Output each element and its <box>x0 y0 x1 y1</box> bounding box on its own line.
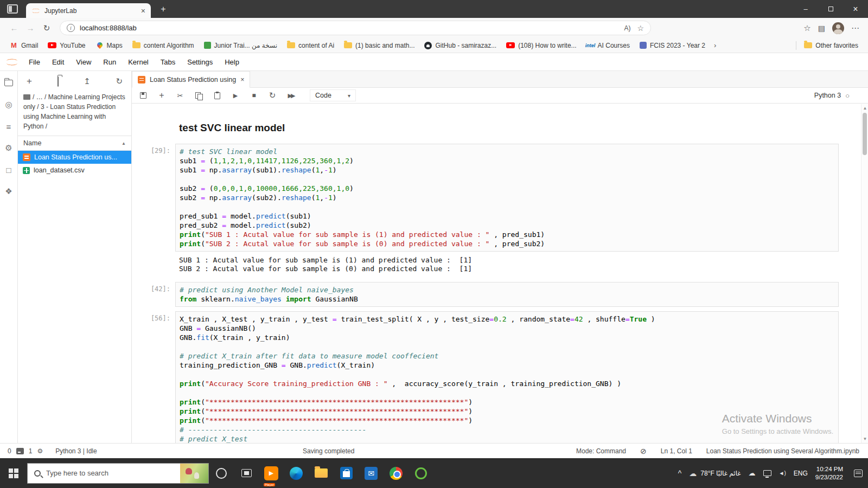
bookmarks-overflow-icon[interactable]: › <box>711 41 719 49</box>
code-cell[interactable]: [29]:# test SVC linear modelsub1 = (1,1,… <box>137 144 839 252</box>
cell-type-dropdown[interactable]: Code ▾ <box>310 89 356 101</box>
menu-tabs[interactable]: Tabs <box>155 54 181 70</box>
kernel-sessions-icon[interactable]: ⚙ <box>37 447 43 455</box>
breadcrumb[interactable]: / … / Machine Learning Projects only / 3… <box>18 89 131 136</box>
language-indicator[interactable]: ENG <box>794 470 808 477</box>
command-mode-icon[interactable]: ⊘ <box>640 447 647 455</box>
restart-kernel-button[interactable]: ↻ <box>267 91 277 100</box>
address-bar[interactable]: i localhost:8888/lab A) ☆ <box>60 21 651 35</box>
url-text[interactable]: localhost:8888/lab <box>80 24 137 32</box>
browser-tab[interactable]: JupyterLab × <box>26 3 151 18</box>
tab-close-icon[interactable]: × <box>141 7 145 15</box>
taskbar-search[interactable]: Type here to search <box>27 463 209 484</box>
media-player-icon[interactable]: ▶Player <box>259 458 284 488</box>
menu-view[interactable]: View <box>70 54 97 70</box>
bookmark-item[interactable]: Gmail <box>5 40 42 51</box>
window-menu-icon[interactable] <box>7 4 18 14</box>
notebook-content[interactable]: test SVC linear model [29]:# test SVC li… <box>132 104 868 443</box>
start-button[interactable] <box>0 458 27 488</box>
save-button[interactable] <box>138 91 148 100</box>
run-button[interactable]: ▶ <box>231 91 240 100</box>
terminals-count[interactable]: 0 <box>8 447 11 455</box>
favorite-star-icon[interactable]: ☆ <box>637 24 644 33</box>
volume-icon[interactable]: ◄) <box>779 470 786 476</box>
bookmark-item[interactable]: (1) basic and math... <box>340 40 419 51</box>
menu-file[interactable]: File <box>23 54 46 70</box>
bookmark-item[interactable]: GitHub - samirazaz... <box>420 40 501 51</box>
hidden-icons-chevron[interactable]: ^ <box>678 469 682 478</box>
bookmark-item[interactable]: content of Ai <box>283 40 339 51</box>
sort-asc-icon[interactable]: ▲ <box>122 141 126 146</box>
add-cell-button[interactable]: + <box>157 91 167 100</box>
notebook-tab-close-icon[interactable]: × <box>240 76 244 84</box>
network-icon[interactable] <box>763 470 771 476</box>
cut-cells-button[interactable]: ✂ <box>175 91 185 100</box>
chrome-icon[interactable] <box>384 458 409 488</box>
new-folder-icon[interactable] <box>58 77 59 86</box>
restart-run-all-button[interactable]: ▶▶ <box>286 91 296 100</box>
property-inspector-icon[interactable]: ⚙ <box>3 143 14 153</box>
cortana-icon[interactable] <box>209 458 234 488</box>
paste-cells-button[interactable] <box>212 91 222 100</box>
minimize-button[interactable]: – <box>793 0 818 18</box>
read-aloud-icon[interactable]: A) <box>624 24 630 32</box>
weather-widget[interactable]: ☁ 78°F غائم غالبًا <box>689 469 741 478</box>
home-folder-icon[interactable] <box>23 94 30 100</box>
file-explorer-icon[interactable] <box>309 458 334 488</box>
close-button[interactable]: × <box>843 0 868 18</box>
refresh-files-icon[interactable]: ↻ <box>116 76 123 86</box>
action-center-icon[interactable] <box>854 470 863 477</box>
bookmark-item[interactable]: YouTube <box>43 40 90 51</box>
menu-kernel[interactable]: Kernel <box>122 54 155 70</box>
notebook-tab[interactable]: Loan Status Prediction using × <box>132 71 250 88</box>
code-cell[interactable]: [42]:# predict using Another Model naive… <box>137 282 839 307</box>
forward-icon[interactable]: → <box>23 21 38 36</box>
search-highlights-image[interactable] <box>180 464 208 483</box>
markdown-heading[interactable]: test SVC linear model <box>179 122 839 134</box>
kernel-indicator[interactable]: Python 3 ○ <box>814 92 861 100</box>
menu-run[interactable]: Run <box>97 54 122 70</box>
collections-icon[interactable]: ▤ <box>818 24 825 33</box>
site-info-icon[interactable]: i <box>67 24 75 32</box>
edge-icon[interactable] <box>284 458 309 488</box>
microsoft-store-icon[interactable] <box>334 458 359 488</box>
mail-icon[interactable]: ✉ <box>359 458 384 488</box>
file-item[interactable]: Loan Status Prediction us... <box>18 151 131 164</box>
notebook-scrollbar[interactable]: ▲ ▼ <box>861 104 868 443</box>
clock[interactable]: 10:24 PM 9/23/2022 <box>815 465 843 481</box>
obs-icon[interactable] <box>409 458 433 488</box>
kernels-count[interactable]: 1 <box>29 447 33 455</box>
file-list-header[interactable]: Name ▲ <box>18 136 131 151</box>
new-launcher-icon[interactable]: + <box>27 76 32 87</box>
code-cell[interactable]: [56]:X_train , X_test , y_train , y_test… <box>137 311 839 443</box>
menu-settings[interactable]: Settings <box>181 54 219 70</box>
file-item[interactable]: loan_dataset.csv <box>18 164 131 177</box>
bookmark-item[interactable]: (108) How to write... <box>502 40 580 51</box>
notebook-mode[interactable]: Mode: Command <box>576 447 626 455</box>
profile-avatar[interactable] <box>832 22 844 34</box>
bookmark-item[interactable]: FCIS 2023 - Year 2 <box>635 40 710 51</box>
back-icon[interactable]: ← <box>7 21 22 36</box>
running-kernels-icon[interactable]: ◎ <box>3 99 14 110</box>
menu-edit[interactable]: Edit <box>46 54 70 70</box>
scroll-up-icon[interactable]: ▲ <box>861 106 868 111</box>
favorites-bar-icon[interactable]: ☆ <box>803 23 810 33</box>
upload-icon[interactable]: ↥ <box>84 76 91 86</box>
bookmark-item[interactable]: Junior Trai... نسخة من <box>200 40 282 51</box>
other-favorites-button[interactable]: Other favorites <box>800 40 863 51</box>
scrollbar-thumb[interactable] <box>863 113 867 155</box>
file-browser-icon[interactable] <box>3 78 14 88</box>
interrupt-kernel-button[interactable]: ■ <box>249 91 259 100</box>
task-view-icon[interactable] <box>234 458 259 488</box>
kernel-status-text[interactable]: Python 3 | Idle <box>55 447 97 455</box>
bookmark-item[interactable]: content Algorithm <box>128 40 199 51</box>
maximize-button[interactable] <box>818 0 843 18</box>
cursor-position[interactable]: Ln 1, Col 1 <box>661 447 692 455</box>
browser-menu-icon[interactable]: ⋯ <box>851 23 859 33</box>
reload-icon[interactable]: ↻ <box>39 21 54 36</box>
extension-manager-icon[interactable]: ❖ <box>3 186 14 197</box>
scroll-down-icon[interactable]: ▼ <box>861 436 868 441</box>
cell-editor[interactable]: # test SVC linear modelsub1 = (1,1,2,1,0… <box>175 144 839 252</box>
cell-editor[interactable]: X_train , X_test , y_train , y_test = tr… <box>175 311 839 443</box>
table-of-contents-icon[interactable]: ≡ <box>3 121 14 132</box>
